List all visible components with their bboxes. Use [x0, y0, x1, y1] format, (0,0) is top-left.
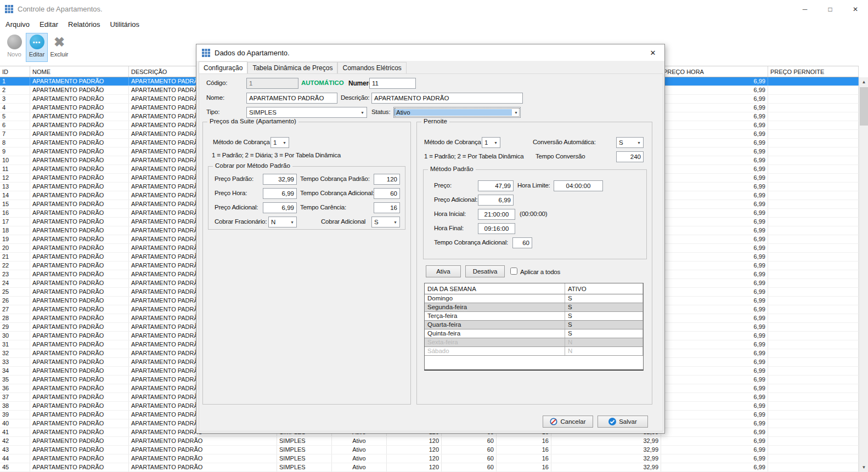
- status-select[interactable]: Ativo ▾: [393, 107, 521, 118]
- cell-status: Ativo: [332, 463, 387, 471]
- weekday-row[interactable]: SábadoN: [425, 347, 643, 356]
- tempo-conversao-label: Tempo Conversão: [536, 153, 585, 160]
- cell-tempo_cobranca_adicional: 60: [442, 437, 497, 445]
- cell-preco_pernoite: [768, 147, 859, 156]
- tempo-cobranca-padrao-label: Tempo Cobrança Padrão:: [300, 175, 370, 182]
- cobrar-fracionario-select[interactable]: N ▾: [268, 217, 297, 228]
- cell-preco_hora: 6,99: [661, 191, 768, 200]
- cell-nome: APARTAMENTO PADRÃO: [30, 77, 129, 86]
- cell-preco_pernoite: [768, 297, 859, 305]
- menu-item-arquivo[interactable]: Arquivo: [1, 19, 35, 30]
- preco-padrao-label: Preço Padrão:: [215, 175, 253, 182]
- cell-preco_hora: 6,99: [661, 261, 768, 270]
- cell-preco_pernoite: [768, 402, 859, 410]
- scroll-thumb[interactable]: [860, 87, 868, 126]
- aplicar-todos-checkbox[interactable]: [510, 268, 517, 275]
- tempo-conversao-input[interactable]: [616, 151, 644, 162]
- preco-hora-input[interactable]: [263, 188, 297, 199]
- salvar-label: Salvar: [619, 418, 637, 425]
- cell-preco_pernoite: [768, 139, 859, 147]
- menu-item-editar[interactable]: Editar: [35, 19, 63, 30]
- excluir-button[interactable]: ✖ Excluir: [48, 33, 70, 62]
- pernoite-preco-adicional-input[interactable]: [478, 195, 514, 206]
- tab-configuracao[interactable]: Configuração: [199, 61, 247, 73]
- tab-tabela-dinamica-de-precos[interactable]: Tabela Dinâmica de Preços: [247, 62, 337, 73]
- weekday-column-header-1[interactable]: ATIVO: [565, 283, 643, 294]
- hora-inicial-input[interactable]: [478, 209, 515, 220]
- pernoite-preco-input[interactable]: [478, 180, 514, 191]
- preco-adicional-input[interactable]: [263, 202, 297, 213]
- cell-id: 28: [0, 314, 30, 322]
- column-header-nome[interactable]: NOME: [30, 66, 129, 77]
- desativa-button[interactable]: Desativa: [465, 265, 505, 277]
- cell-nome: APARTAMENTO PADRÃO: [30, 130, 129, 138]
- cell-nome: APARTAMENTO PADRÃO: [30, 297, 129, 305]
- tempo-cobranca-adicional-input[interactable]: [374, 188, 400, 199]
- cell-tipo: SIMPLES: [277, 446, 332, 454]
- cancel-icon: [550, 418, 557, 425]
- ativa-button[interactable]: Ativa: [426, 265, 461, 277]
- conversao-automatica-select[interactable]: S ▾: [616, 137, 644, 148]
- salvar-button[interactable]: Salvar: [598, 416, 648, 428]
- pernoite-metodo-select[interactable]: 1 ▾: [482, 137, 500, 148]
- menu-item-relatorios[interactable]: Relatórios: [63, 19, 105, 30]
- hora-limite-input[interactable]: [554, 180, 603, 191]
- pernoite-tempo-cobranca-adicional-input[interactable]: [512, 237, 532, 248]
- menu-item-utilitarios[interactable]: Utilitários: [105, 19, 144, 30]
- cancelar-button[interactable]: Cancelar: [543, 416, 593, 428]
- table-row[interactable]: 45APARTAMENTO PADRÃOAPARTAMENTO PADRÃOSI…: [0, 463, 859, 472]
- weekday-row[interactable]: DomingoS: [425, 294, 643, 303]
- tipo-select[interactable]: SIMPLES ▾: [246, 107, 367, 118]
- cell-nome: APARTAMENTO PADRÃO: [30, 305, 129, 314]
- apartment-data-dialog: Dados do Apartamento. ✕ Configuração Tab…: [196, 44, 665, 434]
- dialog-close-button[interactable]: ✕: [641, 44, 664, 61]
- tab-comandos-eletricos[interactable]: Comandos Elétricos: [337, 62, 406, 73]
- weekday-row[interactable]: Terça-feiraS: [425, 312, 643, 321]
- preco-padrao-input[interactable]: [263, 174, 297, 185]
- table-row[interactable]: 44APARTAMENTO PADRÃOAPARTAMENTO PADRÃOSI…: [0, 454, 859, 463]
- hora-final-input[interactable]: [478, 223, 515, 234]
- cell-preco_pernoite: [768, 393, 859, 401]
- cell-preco_hora: 6,99: [661, 244, 768, 252]
- novo-button[interactable]: Novo: [3, 33, 25, 62]
- table-row[interactable]: 42APARTAMENTO PADRÃOAPARTAMENTO PADRÃOSI…: [0, 437, 859, 446]
- minimize-button[interactable]: ─: [792, 0, 818, 18]
- table-row[interactable]: 43APARTAMENTO PADRÃOAPARTAMENTO PADRÃOSI…: [0, 446, 859, 454]
- column-header-preco_hora[interactable]: PREÇO HORA: [661, 66, 768, 77]
- descricao-label: Descrição:: [341, 94, 369, 101]
- cell-preco_hora: 6,99: [661, 437, 768, 445]
- cell-nome: APARTAMENTO PADRÃO: [30, 147, 129, 156]
- weekday-column-header-0[interactable]: DIA DA SEMANA: [425, 283, 565, 294]
- cell-preco_hora: 6,99: [661, 218, 768, 226]
- weekday-row[interactable]: Sexta-feiraN: [425, 338, 643, 347]
- cell-nome: APARTAMENTO PADRÃO: [30, 454, 129, 463]
- suite-metodo-select[interactable]: 1 ▾: [270, 137, 289, 148]
- cell-preco_pernoite: [768, 253, 859, 261]
- nome-input[interactable]: [246, 93, 337, 104]
- cell-preco_hora: 6,99: [661, 411, 768, 419]
- weekday-row[interactable]: Segunda-feiraS: [425, 303, 643, 312]
- cell-preco_pernoite: [768, 261, 859, 270]
- tempo-cobranca-padrao-input[interactable]: [374, 174, 400, 185]
- cell-preco_pernoite: [768, 288, 859, 296]
- conversao-automatica-label: Conversão Automática:: [533, 139, 596, 145]
- close-button[interactable]: ✕: [843, 0, 868, 18]
- app-window: Controle de Apartamentos. ─ □ ✕ ArquivoE…: [0, 0, 868, 472]
- vertical-scrollbar[interactable]: ▲ ▼: [859, 77, 868, 472]
- weekday-row[interactable]: Quinta-feiraS: [425, 329, 643, 338]
- weekday-row[interactable]: Quarta-feiraS: [425, 321, 643, 329]
- scroll-down-icon[interactable]: ▼: [859, 463, 868, 472]
- scroll-up-icon[interactable]: ▲: [859, 77, 868, 87]
- descricao-input[interactable]: [371, 93, 523, 104]
- tempo-carencia-input[interactable]: [374, 202, 400, 213]
- editar-button[interactable]: ••• Editar: [26, 33, 48, 62]
- maximize-button[interactable]: □: [818, 0, 843, 18]
- cell-preco_hora: 6,99: [661, 270, 768, 278]
- column-header-preco_pernoite[interactable]: PREÇO PERNOITE: [768, 66, 859, 77]
- cell-nome: APARTAMENTO PADRÃO: [30, 332, 129, 340]
- chevron-down-icon: ▾: [288, 220, 296, 225]
- cobrar-adicional-select[interactable]: S ▾: [371, 217, 400, 228]
- numero-input[interactable]: [369, 78, 416, 89]
- column-header-id[interactable]: ID: [0, 66, 30, 77]
- cell-preco_hora: 6,99: [661, 463, 768, 471]
